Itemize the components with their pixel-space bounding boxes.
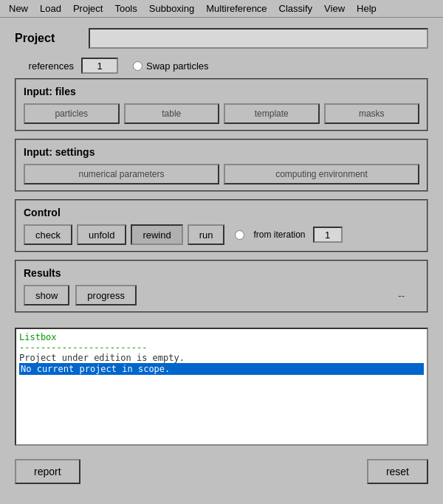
input-settings-section: Input: settings numerical parameters com… xyxy=(15,139,428,192)
unfold-button[interactable]: unfold xyxy=(77,224,126,245)
menu-classify[interactable]: Classify xyxy=(273,1,319,15)
input-files-section: Input: files particles table template ma… xyxy=(15,78,428,131)
listbox-line-0[interactable]: Project under edition is empty. xyxy=(19,353,424,363)
project-label: Project xyxy=(15,32,74,45)
listbox-separator: ------------------------ xyxy=(19,342,424,353)
listbox-label: Listbox xyxy=(19,332,424,342)
progress-button[interactable]: progress xyxy=(75,285,137,305)
particles-button[interactable]: particles xyxy=(24,103,120,124)
table-button[interactable]: table xyxy=(124,103,220,124)
references-label: references xyxy=(15,61,74,72)
computing-environment-button[interactable]: computing environment xyxy=(224,164,419,184)
menu-new[interactable]: New xyxy=(3,1,34,15)
results-title: Results xyxy=(24,267,419,279)
input-settings-title: Input: settings xyxy=(24,146,419,158)
bottom-bar: report reset xyxy=(0,453,443,490)
input-files-title: Input: files xyxy=(24,86,419,97)
menu-view[interactable]: View xyxy=(318,1,351,15)
menu-tools[interactable]: Tools xyxy=(109,1,142,15)
results-section: Results show progress -- xyxy=(15,260,428,313)
numerical-parameters-button[interactable]: numerical parameters xyxy=(24,164,219,184)
menu-multireference[interactable]: Multireference xyxy=(200,1,272,15)
control-title: Control xyxy=(24,207,419,218)
masks-button[interactable]: masks xyxy=(324,103,420,124)
report-button[interactable]: report xyxy=(15,459,80,484)
run-button[interactable]: run xyxy=(188,224,225,245)
menu-help[interactable]: Help xyxy=(351,1,382,15)
control-buttons: check unfold rewind run from iteration xyxy=(24,224,419,245)
references-input[interactable] xyxy=(81,58,118,74)
results-row: show progress -- xyxy=(24,285,419,305)
control-section: Control check unfold rewind run from ite… xyxy=(15,199,428,252)
files-buttons: particles table template masks xyxy=(24,103,419,124)
menu-load[interactable]: Load xyxy=(34,1,67,15)
project-row: Project xyxy=(15,28,428,49)
swap-particles-label[interactable]: Swap particles xyxy=(133,61,209,72)
project-input[interactable] xyxy=(89,28,428,49)
menubar: New Load Project Tools Subboxing Multire… xyxy=(0,0,443,18)
listbox-line-1[interactable]: No current project in scope. xyxy=(19,363,424,375)
listbox-content: Listbox ------------------------ Project… xyxy=(16,329,427,378)
show-button[interactable]: show xyxy=(24,285,69,305)
menu-subboxing[interactable]: Subboxing xyxy=(143,1,200,15)
references-row: references Swap particles xyxy=(15,58,428,74)
reset-button[interactable]: reset xyxy=(367,459,428,484)
from-iteration-radio[interactable] xyxy=(235,230,244,240)
settings-buttons: numerical parameters computing environme… xyxy=(24,164,419,184)
results-status: -- xyxy=(398,290,405,301)
from-iteration-label: from iteration xyxy=(253,229,305,240)
menu-project[interactable]: Project xyxy=(67,1,109,15)
rewind-button[interactable]: rewind xyxy=(131,224,182,245)
check-button[interactable]: check xyxy=(24,224,72,245)
iteration-input[interactable] xyxy=(313,227,343,243)
listbox-container[interactable]: Listbox ------------------------ Project… xyxy=(15,328,428,446)
swap-particles-radio[interactable] xyxy=(133,61,142,71)
template-button[interactable]: template xyxy=(224,103,320,124)
